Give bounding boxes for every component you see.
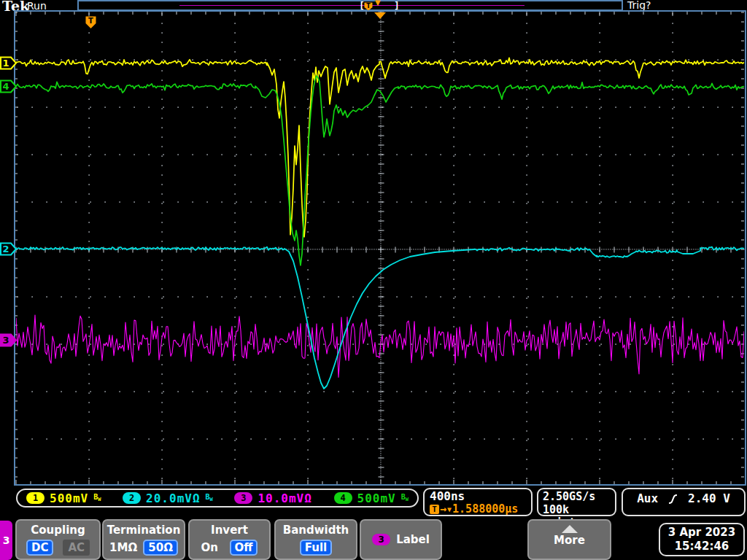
coupling-button[interactable]: Coupling DC AC: [15, 519, 101, 560]
ch3-scale: 10.0mVΩ: [258, 491, 311, 505]
invert-off-option[interactable]: Off: [230, 540, 258, 556]
label-ch3-badge: 3: [372, 534, 390, 545]
bandwidth-title: Bandwidth: [276, 524, 356, 537]
ch2-scale: 20.0mVΩ: [146, 491, 200, 505]
termination-button[interactable]: Termination 1MΩ 50Ω: [102, 519, 185, 560]
ch3-readout: 3 10.0mVΩ: [234, 491, 311, 505]
channel-3-menu-tab: 3: [0, 521, 12, 560]
channel-3-marker[interactable]: 3: [0, 333, 18, 347]
trigger-level-flag-icon[interactable]: T: [85, 16, 96, 29]
ch2-readout: 2 20.0mVΩ BW: [123, 491, 213, 505]
trigger-delay-value: 1.588000µs: [452, 503, 518, 516]
ch4-readout: 4 500mV BW: [334, 491, 409, 505]
acquisition-preview-bar: [ ] T ▼: [77, 0, 623, 11]
ch1-badge: 1: [26, 492, 44, 504]
rising-edge-icon: [668, 493, 678, 505]
trigger-status: Trig?: [627, 0, 651, 11]
coupling-title: Coupling: [17, 524, 99, 537]
invert-button[interactable]: Invert On Off: [188, 519, 271, 560]
coupling-ac-option[interactable]: AC: [63, 540, 90, 556]
svg-text:4: 4: [2, 81, 9, 92]
expansion-point-icon[interactable]: ▼: [375, 0, 381, 7]
time-value: 15:42:46: [675, 540, 729, 553]
svg-text:1: 1: [2, 58, 9, 69]
label-button[interactable]: 3 Label: [360, 519, 442, 560]
marker-icon: ▼: [447, 503, 452, 516]
trigger-t-icon: T: [430, 505, 439, 514]
acquisition-readout: 2.50GS/s 100k points: [537, 488, 616, 516]
termination-title: Termination: [104, 524, 184, 537]
ch1-scale: 500mV: [50, 491, 88, 505]
ch4-scale: 500mV: [357, 491, 396, 505]
timebase-readout: 400ns T → ▼ 1.588000µs: [423, 488, 533, 516]
arrow-icon: →: [440, 503, 446, 516]
trigger-source: Aux: [637, 491, 658, 505]
graticule-frame: [14, 10, 746, 486]
invert-on-option[interactable]: On: [201, 541, 218, 554]
trigger-delay-readout: T → ▼ 1.588000µs: [430, 503, 526, 516]
bandwidth-button[interactable]: Bandwidth Full: [274, 519, 357, 560]
label-title: Label: [396, 533, 430, 546]
svg-text:2: 2: [2, 244, 9, 254]
ch2-bandwidth-limit-icon: BW: [206, 494, 213, 503]
svg-text:3: 3: [2, 335, 9, 346]
datetime-display: 3 Apr 2023 15:42:46: [659, 523, 745, 556]
ch3-badge: 3: [234, 492, 252, 504]
ch1-readout: 1 500mV BW: [26, 491, 101, 505]
invert-title: Invert: [190, 524, 269, 537]
timebase-scale: 400ns: [430, 490, 526, 503]
trigger-readout: Aux 2.40 V: [622, 488, 746, 516]
channel-4-marker[interactable]: 4: [0, 79, 18, 93]
ch4-bandwidth-limit-icon: BW: [401, 494, 409, 503]
svg-text:T: T: [366, 3, 371, 9]
coupling-dc-option[interactable]: DC: [26, 540, 53, 556]
up-triangle-icon: [562, 525, 578, 533]
record-waveform-line: [179, 5, 525, 6]
bandwidth-full-option[interactable]: Full: [300, 540, 332, 556]
channel-scale-readouts: 1 500mV BW 2 20.0mVΩ BW 3 10.0mVΩ 4 500m…: [16, 489, 419, 508]
trigger-level: 2.40 V: [688, 491, 730, 505]
sample-rate: 2.50GS/s: [543, 490, 611, 503]
ch1-bandwidth-limit-icon: BW: [93, 494, 101, 503]
channel-1-marker[interactable]: 1: [0, 56, 18, 70]
oscilloscope-screen: Tek Run [ ] T ▼ Trig? T 1 4 2 3 1: [0, 0, 747, 560]
termination-50-option[interactable]: 50Ω: [143, 540, 178, 556]
window-bracket-right[interactable]: ]: [394, 0, 400, 11]
svg-text:T: T: [88, 17, 93, 25]
more-button[interactable]: More: [527, 519, 611, 560]
ch2-badge: 2: [123, 492, 141, 504]
channel-2-marker[interactable]: 2: [0, 242, 18, 256]
more-title: More: [529, 534, 610, 547]
trigger-position-icon[interactable]: [374, 12, 386, 19]
date-value: 3 Apr 2023: [668, 526, 735, 540]
ch4-badge: 4: [334, 492, 352, 504]
termination-1m-option[interactable]: 1MΩ: [109, 541, 137, 554]
